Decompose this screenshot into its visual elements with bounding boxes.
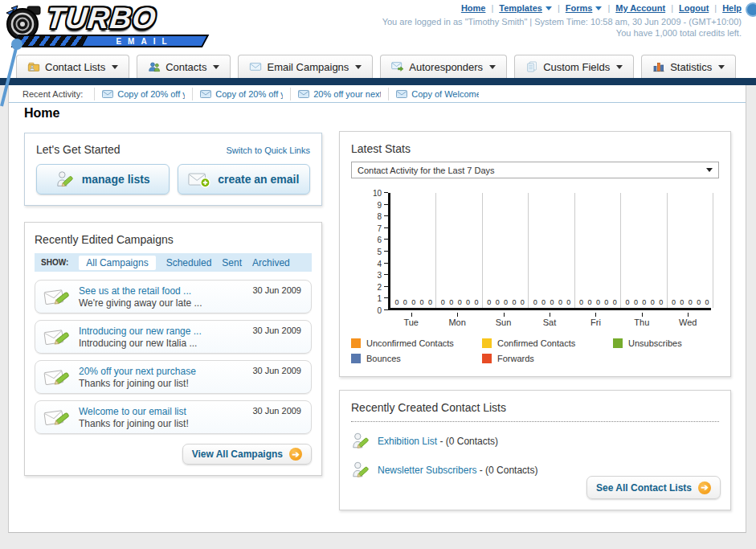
legend-swatch: [613, 338, 623, 348]
filter-sent[interactable]: Sent: [222, 257, 242, 268]
value-label: 0: [642, 298, 646, 306]
recent-activity-item-label: Copy of 20% off yo: [215, 89, 283, 99]
filter-archived[interactable]: Archived: [252, 257, 290, 268]
envelope-pencil-icon: [43, 367, 71, 387]
person-pencil-icon: [55, 170, 75, 189]
credits-text: You have 1,000 total credits left.: [616, 28, 742, 38]
recent-activity-item[interactable]: Copy of 20% off yo: [94, 88, 192, 100]
manage-lists-button[interactable]: manage lists: [36, 164, 170, 195]
filter-scheduled[interactable]: Scheduled: [166, 257, 212, 268]
switch-to-quick-links-link[interactable]: Switch to Quick Links: [226, 145, 310, 155]
see-all-contact-lists-button[interactable]: See All Contact Lists ➔: [586, 476, 721, 499]
nav-separator: |: [671, 3, 673, 13]
chart-plot-area: 00000000000000000000000000000000000: [388, 193, 711, 310]
campaign-title-link[interactable]: 20% off your next purchase: [79, 366, 196, 377]
recently-created-contact-lists-panel: Recently Created Contact Lists Exhibitio…: [339, 390, 731, 510]
tab-label: Autoresponders: [409, 61, 483, 73]
top-nav-link-home[interactable]: Home: [461, 3, 486, 13]
contact-list-link[interactable]: Newsletter Subscribers: [378, 465, 476, 476]
value-label: 0: [588, 298, 592, 306]
y-tick-mark: [384, 286, 388, 287]
value-label: 0: [394, 298, 398, 306]
envelope-icon: [200, 90, 211, 98]
recent-activity-item-label: Copy of Welcome to: [411, 89, 479, 99]
y-tick-label: 8: [358, 212, 382, 221]
filter-all-campaigns[interactable]: All Campaigns: [79, 256, 155, 270]
tab-custom-fields[interactable]: Custom Fields: [514, 55, 634, 78]
envelope-plus-icon: [188, 171, 210, 188]
tab-label: Custom Fields: [543, 61, 610, 73]
y-tick-label: 0: [358, 306, 382, 315]
recent-activity-item[interactable]: Copy of 20% off yo: [192, 88, 290, 100]
chevron-down-icon: [616, 65, 623, 69]
navy-divider: [0, 78, 756, 85]
legend-label: Unsubscribes: [628, 338, 682, 348]
recent-activity-label: Recent Activity:: [22, 89, 83, 99]
campaign-list: See us at the retail food ... We're givi…: [35, 280, 312, 434]
tab-label: Statistics: [670, 61, 712, 73]
help-bubble-icon[interactable]: [746, 2, 756, 17]
chart-x-axis: TueMonSunSatFriThuWed: [388, 313, 711, 329]
value-label: 0: [651, 298, 655, 306]
envelope-pencil-icon: [43, 286, 71, 307]
top-nav: Home|Templates|Forms|My Account|Logout|H…: [461, 3, 742, 13]
campaign-title-link[interactable]: Introducing our new range ...: [79, 326, 202, 337]
value-label: 0: [558, 298, 562, 306]
contact-lists-panel-title: Recently Created Contact Lists: [351, 401, 506, 414]
value-labels-group: 00000: [390, 298, 436, 306]
top-nav-link-help[interactable]: Help: [722, 3, 742, 13]
turbo-email-dashboard: TURBO EMAIL Home|Templates|Forms|My Acco…: [0, 0, 756, 549]
value-label: 0: [626, 298, 630, 306]
tab-label: Contact Lists: [45, 61, 105, 73]
gridline: [482, 193, 483, 308]
stats-range-dropdown[interactable]: Contact Activity for the Last 7 Days: [351, 162, 719, 178]
campaign-item: Introducing our new range ... Introducin…: [35, 320, 312, 354]
contact-list-link[interactable]: Exhibition List: [378, 436, 437, 447]
chart-legend: Unconfirmed Contacts Confirmed Contacts …: [351, 338, 719, 363]
legend-label: Forwards: [497, 354, 534, 363]
value-label: 0: [697, 298, 701, 306]
tab-autoresponders[interactable]: Autoresponders: [380, 55, 507, 78]
recent-activity-item[interactable]: Copy of Welcome to: [388, 88, 486, 100]
top-nav-link-logout[interactable]: Logout: [679, 3, 709, 13]
x-tick-mark: [411, 313, 412, 317]
recent-activity-bar: Recent Activity: Copy of 20% off yo Copy…: [9, 85, 746, 103]
campaign-subtitle: Introducing our new Italia ...: [79, 338, 202, 349]
recent-activity-item[interactable]: 20% off your next p: [290, 88, 388, 100]
legend-swatch: [351, 338, 361, 348]
tab-contacts[interactable]: Contacts: [137, 55, 231, 78]
value-label: 0: [521, 298, 525, 306]
value-labels-group: 00000: [575, 298, 621, 306]
chevron-down-icon: [489, 65, 496, 69]
x-tick-label: Sat: [526, 318, 572, 327]
campaign-title-link[interactable]: Welcome to our email list: [79, 406, 189, 417]
top-nav-link-templates[interactable]: Templates: [499, 3, 552, 13]
recent-activity-items: Copy of 20% off yo Copy of 20% off yo 20…: [94, 88, 486, 100]
envelope-icon: [298, 90, 309, 98]
campaign-subtitle: Thanks for joining our list!: [79, 378, 196, 389]
y-tick-label: 10: [358, 189, 382, 198]
value-labels-group: 00000: [668, 298, 713, 306]
tab-email-campaigns[interactable]: Email Campaigns: [238, 55, 373, 78]
top-nav-link-forms[interactable]: Forms: [566, 3, 603, 13]
y-tick-mark: [384, 274, 388, 275]
legend-label: Bounces: [366, 354, 401, 363]
x-tick-mark: [504, 313, 505, 317]
value-label: 0: [541, 298, 546, 306]
top-nav-link-my-account[interactable]: My Account: [615, 3, 665, 13]
y-tick-mark: [384, 251, 388, 252]
tab-statistics[interactable]: Statistics: [641, 55, 736, 78]
campaign-date: 30 Jun 2009: [252, 366, 301, 375]
gridline: [435, 193, 436, 308]
view-all-campaigns-button[interactable]: View All Campaigns ➔: [182, 444, 312, 465]
value-label: 0: [458, 298, 462, 306]
create-an-email-button[interactable]: create an email: [178, 164, 311, 195]
tab-contact-lists[interactable]: Contact Lists: [16, 55, 129, 78]
recent-activity-item-label: 20% off your next p: [313, 89, 381, 99]
value-label: 0: [579, 298, 583, 306]
campaign-title-link[interactable]: See us at the retail food ...: [79, 285, 202, 297]
statistics-icon: [652, 60, 665, 73]
y-tick-label: 6: [358, 236, 382, 244]
x-tick-mark: [595, 313, 596, 317]
value-label: 0: [487, 298, 491, 306]
